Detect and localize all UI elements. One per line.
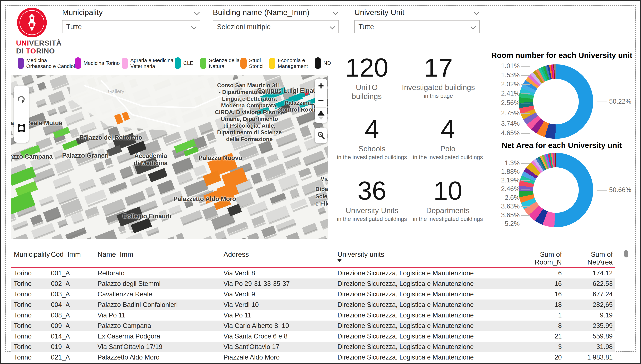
chevron-down-icon[interactable] bbox=[474, 10, 479, 15]
table-cell: Torino bbox=[11, 300, 48, 310]
table-cell: 009_A bbox=[48, 320, 95, 331]
table-row[interactable]: Torino002_APalazzo degli StemmiVia Po 29… bbox=[11, 278, 615, 289]
kpi-card[interactable]: 4Schoolsin the investigated buildings bbox=[337, 116, 407, 160]
table-row[interactable]: Torino009_APalazzo CampanaVia Carlo Albe… bbox=[11, 320, 615, 331]
table-cell: Direzione Sicurezza, Logistica e Manuten… bbox=[335, 320, 513, 331]
kpi-card[interactable]: 120UniTO buildings bbox=[338, 55, 395, 101]
map-label-palazzetto-aldo-moro: Palazzetto Aldo Moro bbox=[173, 195, 236, 202]
map-search-button[interactable] bbox=[315, 128, 328, 143]
kpi-sublabel: in this page bbox=[396, 92, 481, 99]
table-column-header[interactable]: Sum of Room_N bbox=[513, 249, 564, 268]
table-cell: 008_A bbox=[48, 310, 95, 320]
map-rotate-button[interactable] bbox=[14, 86, 29, 114]
table-cell: 16 bbox=[513, 278, 564, 289]
filter-label: University Unit bbox=[354, 8, 404, 17]
table-cell: Palazzo Badini Confalonieri bbox=[95, 300, 221, 310]
map-label-palazzo-campana: Palazzo Campana bbox=[11, 153, 53, 160]
filter-dropdown[interactable]: Selezioni multiple bbox=[213, 20, 339, 33]
table-row[interactable]: Torino014_AEx Caserma PodgoraVia Santa C… bbox=[11, 331, 615, 342]
legend-item[interactable]: Medicina Torino bbox=[75, 58, 120, 69]
table-row[interactable]: Torino008_AVia Po 11Via Po 11Direzione S… bbox=[11, 310, 615, 320]
unito-logo-text: UNIVERSITÀ DI TORINO bbox=[16, 39, 59, 55]
table-cell: 16 bbox=[513, 289, 564, 300]
legend-item-label: Medicina Orbassano e Candiolo bbox=[26, 58, 78, 69]
table-cell: Via Verdi 9 bbox=[221, 289, 335, 300]
unito-logo: UNIVERSITÀ DI TORINO bbox=[16, 8, 59, 55]
table-column-header[interactable]: University units bbox=[335, 249, 513, 268]
table-column-header[interactable]: Cod_Imm bbox=[48, 249, 95, 268]
chevron-down-icon bbox=[330, 24, 335, 29]
table-cell: Direzione Sicurezza, Logistica e Manuten… bbox=[335, 278, 513, 289]
filter-value: Tutte bbox=[359, 23, 374, 31]
filter-value: Selezioni multiple bbox=[217, 23, 271, 31]
kpi-card[interactable]: 36University Unitsin the investigated bu… bbox=[337, 178, 407, 222]
legend-item-label: Economia e Management bbox=[278, 58, 308, 69]
donut-percent-label: 2.41% bbox=[494, 90, 530, 97]
kpi-sublabel: in the investigated buildings bbox=[409, 154, 487, 160]
legend-swatch-icon bbox=[122, 58, 128, 69]
legend-item[interactable]: Scienze della Natura bbox=[200, 58, 239, 69]
map-label-palazzo-nuovo: Palazzo Nuovo bbox=[198, 154, 242, 162]
map-label-campus-luigi-einaudi: Campus Luigi Einaudi bbox=[257, 87, 323, 94]
table-cell: 174.12 bbox=[564, 268, 615, 279]
legend-item[interactable]: Studi Storici bbox=[240, 58, 263, 69]
legend-item[interactable]: Agraria e Medicina Veterinaria bbox=[122, 58, 173, 69]
table-cell: Torino bbox=[11, 310, 48, 320]
minus-icon: − bbox=[318, 95, 324, 105]
table-row[interactable]: Torino001_ARettoratoVia Verdi 8Direzione… bbox=[11, 268, 615, 279]
table-column-header[interactable]: Sum of NetArea bbox=[564, 249, 615, 268]
legend-item[interactable]: Medicina Orbassano e Candiolo bbox=[18, 58, 78, 69]
sort-descending-icon bbox=[338, 259, 342, 262]
donut-percent-label: 1.88% bbox=[494, 168, 530, 175]
chevron-down-icon[interactable] bbox=[333, 10, 338, 15]
table-scrollbar[interactable] bbox=[624, 250, 628, 258]
table-column-header[interactable]: Name_Imm bbox=[95, 249, 221, 268]
table-row[interactable]: Torino019_AVia Sant'Ottavio 17/19Via San… bbox=[11, 342, 615, 352]
legend-swatch-icon bbox=[240, 58, 247, 69]
table-cell: Direzione Sicurezza, Logistica e Manuten… bbox=[335, 342, 513, 352]
unito-crest-icon bbox=[24, 13, 40, 32]
table-row[interactable]: Torino021_APalazzetto Aldo MoroPiazzale … bbox=[11, 352, 615, 362]
table-cell: 1 bbox=[513, 310, 564, 320]
kpi-label: Investigated buildings bbox=[396, 83, 481, 92]
legend-item[interactable]: ND bbox=[315, 58, 331, 69]
legend-swatch-icon bbox=[200, 58, 206, 69]
table-cell: 021_A bbox=[48, 352, 95, 362]
legend-item[interactable]: Economia e Management bbox=[269, 58, 308, 69]
kpi-value: 120 bbox=[338, 55, 395, 80]
table-column-header[interactable]: Address bbox=[221, 249, 335, 268]
table-cell: 9.19 bbox=[564, 310, 615, 320]
filter-label: Municipality bbox=[62, 8, 103, 17]
filter-dropdown[interactable]: Tutte bbox=[354, 20, 480, 33]
table-column-header[interactable]: Municipality bbox=[11, 249, 48, 268]
filter-header: University Unit bbox=[354, 7, 480, 18]
table-row[interactable]: Torino003_ACavallerizza RealeVia Verdi 9… bbox=[11, 289, 615, 300]
map-visual[interactable]: GalleryCorso San Maurizio 31L - Dipartim… bbox=[11, 75, 328, 239]
kpi-card[interactable]: 10Departmentsin the investigated buildin… bbox=[409, 178, 487, 222]
table-cell: 677.24 bbox=[564, 289, 615, 300]
category-legend: Medicina Orbassano e CandioloMedicina To… bbox=[1, 56, 344, 74]
pitch-control[interactable] bbox=[315, 108, 328, 122]
kpi-card[interactable]: 17Investigated buildingsin this page bbox=[396, 55, 481, 99]
filter-dropdown[interactable]: Tutte bbox=[62, 20, 200, 33]
legend-item[interactable]: CLE bbox=[175, 58, 193, 69]
table-row[interactable]: Torino004_APalazzo Badini ConfalonieriVi… bbox=[11, 300, 615, 310]
kpi-value: 4 bbox=[409, 116, 487, 142]
kpi-card[interactable]: 4Poloin the investigated buildings bbox=[409, 116, 487, 160]
table-cell: Via Po 11 bbox=[95, 310, 221, 320]
table-cell: 559.89 bbox=[564, 331, 615, 342]
table-cell: Direzione Sicurezza, Logistica e Manuten… bbox=[335, 331, 513, 342]
legend-item-label: Agraria e Medicina Veterinaria bbox=[130, 58, 173, 69]
map-label-accademia-di-medicina: Accademia di Medicina bbox=[123, 152, 178, 167]
buildings-table: MunicipalityCod_ImmName_ImmAddressUniver… bbox=[11, 249, 615, 362]
map-extent-button[interactable] bbox=[14, 114, 29, 142]
kpi-label: Polo bbox=[409, 144, 487, 153]
donut-percent-label: 50.66% bbox=[597, 186, 631, 194]
table-cell: Palazzo Campana bbox=[95, 320, 221, 331]
chevron-down-icon[interactable] bbox=[194, 10, 199, 15]
donut-percent-label: 2.75% bbox=[494, 110, 530, 117]
zoom-in-button[interactable]: + bbox=[315, 79, 328, 93]
donut-percent-label: 50.22% bbox=[597, 98, 631, 105]
kpi-value: 36 bbox=[337, 178, 407, 204]
zoom-out-button[interactable]: − bbox=[315, 93, 328, 108]
